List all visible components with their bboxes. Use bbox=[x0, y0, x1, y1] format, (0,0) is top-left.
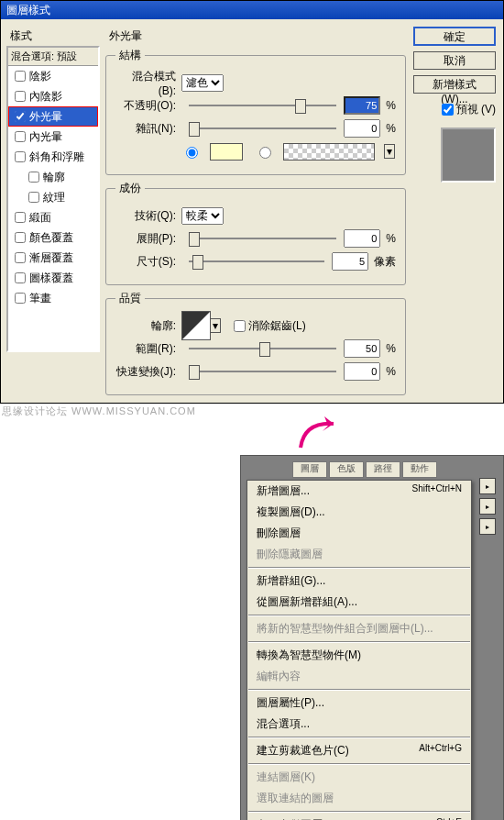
style-item[interactable]: 圖樣覆蓋 bbox=[8, 268, 98, 288]
elements-legend: 成份 bbox=[115, 181, 145, 196]
opacity-label: 不透明(O): bbox=[115, 98, 176, 114]
range-slider[interactable] bbox=[189, 342, 336, 355]
menu-item-label: 刪除隱藏圖層 bbox=[257, 547, 323, 562]
noise-input[interactable] bbox=[344, 119, 380, 138]
glow-color-swatch[interactable] bbox=[210, 143, 243, 161]
style-item[interactable]: 外光暈 bbox=[8, 106, 98, 127]
blend-mode-select[interactable]: 濾色 bbox=[181, 74, 224, 92]
cancel-button[interactable]: 取消 bbox=[413, 51, 496, 70]
style-item[interactable]: 漸層覆蓋 bbox=[8, 248, 98, 268]
style-checkbox[interactable] bbox=[15, 272, 26, 283]
context-menu: 新增圖層...Shift+Ctrl+N複製圖層(D)...刪除圖層刪除隱藏圖層新… bbox=[247, 480, 472, 820]
style-checkbox[interactable] bbox=[28, 192, 39, 203]
menu-item[interactable]: 刪除圖層 bbox=[247, 523, 471, 544]
jitter-slider[interactable] bbox=[189, 365, 336, 378]
style-checkbox[interactable] bbox=[15, 111, 26, 122]
styles-list: 混合選項: 預設 陰影內陰影外光暈內光暈斜角和浮雕輪廓紋理緞面顏色覆蓋漸層覆蓋圖… bbox=[6, 46, 100, 352]
watermark-text: 思缘设计论坛 WWW.MISSYUAN.COM bbox=[2, 404, 504, 418]
style-checkbox[interactable] bbox=[15, 151, 26, 162]
blend-options-head[interactable]: 混合選項: 預設 bbox=[8, 48, 98, 66]
menu-separator bbox=[248, 737, 470, 738]
menu-item[interactable]: 向下合併圖層(E)Ctrl+E bbox=[247, 814, 471, 820]
style-checkbox[interactable] bbox=[15, 91, 26, 102]
menu-item[interactable]: 新增圖層...Shift+Ctrl+N bbox=[247, 481, 471, 502]
style-item[interactable]: 顏色覆蓋 bbox=[8, 227, 98, 248]
size-slider[interactable] bbox=[189, 255, 324, 268]
jitter-input[interactable] bbox=[344, 362, 380, 381]
panel-menu-button-1[interactable]: ▸ bbox=[479, 478, 496, 494]
noise-slider[interactable] bbox=[189, 122, 336, 135]
menu-item[interactable]: 混合選項... bbox=[247, 714, 471, 735]
preview-thumbnail bbox=[441, 127, 496, 183]
style-label-text: 筆畫 bbox=[29, 291, 51, 306]
style-item[interactable]: 紋理 bbox=[8, 187, 98, 207]
menu-item-label: 刪除圖層 bbox=[257, 526, 301, 541]
settings-column: 外光暈 結構 混合模式(B): 濾色 不透明(O): % 雜訊(N): bbox=[100, 27, 411, 397]
style-item[interactable]: 內陰影 bbox=[8, 86, 98, 106]
style-item[interactable]: 陰影 bbox=[8, 66, 98, 86]
style-label-text: 內陰影 bbox=[29, 89, 62, 105]
style-item[interactable]: 筆畫 bbox=[8, 288, 98, 308]
style-item[interactable]: 緞面 bbox=[8, 207, 98, 227]
menu-item-label: 複製圖層(D)... bbox=[257, 504, 325, 520]
panel-tab[interactable]: 路徑 bbox=[366, 461, 400, 478]
menu-item[interactable]: 複製圖層(D)... bbox=[247, 502, 471, 523]
panel-tab[interactable]: 色版 bbox=[329, 461, 364, 478]
style-checkbox[interactable] bbox=[28, 172, 39, 183]
style-item[interactable]: 輪廓 bbox=[8, 167, 98, 187]
style-checkbox[interactable] bbox=[15, 71, 26, 82]
opacity-slider[interactable] bbox=[189, 99, 336, 112]
technique-label: 技術(Q): bbox=[115, 208, 176, 224]
panel-menu-button-3[interactable]: ▸ bbox=[479, 518, 496, 535]
jitter-label: 快速變換(J): bbox=[115, 364, 176, 380]
spread-slider[interactable] bbox=[189, 232, 336, 245]
panel-tab[interactable]: 動作 bbox=[402, 461, 437, 478]
menu-item[interactable]: 建立剪裁遮色片(C)Alt+Ctrl+G bbox=[247, 740, 471, 761]
dialog-title: 圖層樣式 bbox=[6, 4, 50, 17]
elements-group: 成份 技術(Q): 較柔 展開(P): % 尺寸(S): 像素 bbox=[105, 181, 406, 285]
menu-item: 連結圖層(K) bbox=[247, 767, 471, 788]
menu-separator bbox=[248, 615, 470, 616]
menu-item[interactable]: 新增群組(G)... bbox=[247, 571, 471, 592]
size-input[interactable] bbox=[332, 252, 368, 271]
style-item[interactable]: 內光暈 bbox=[8, 127, 98, 147]
style-checkbox[interactable] bbox=[15, 131, 26, 142]
style-checkbox[interactable] bbox=[15, 232, 26, 243]
style-checkbox[interactable] bbox=[15, 212, 26, 223]
menu-item: 選取連結的圖層 bbox=[247, 788, 471, 809]
menu-item[interactable]: 從圖層新增群組(A)... bbox=[247, 592, 471, 613]
style-label-text: 緞面 bbox=[29, 210, 51, 226]
noise-label: 雜訊(N): bbox=[115, 121, 176, 137]
gradient-radio[interactable] bbox=[259, 147, 271, 159]
style-label-text: 漸層覆蓋 bbox=[29, 250, 73, 266]
menu-item-label: 轉換為智慧型物件(M) bbox=[257, 648, 361, 663]
menu-item[interactable]: 轉換為智慧型物件(M) bbox=[247, 645, 471, 666]
menu-item[interactable]: 圖層屬性(P)... bbox=[247, 693, 471, 714]
style-checkbox[interactable] bbox=[15, 252, 26, 263]
menu-separator bbox=[248, 689, 470, 691]
dropdown-icon[interactable]: ▾ bbox=[384, 144, 395, 159]
preview-toggle[interactable]: 預視 (V) bbox=[438, 101, 496, 118]
color-radio[interactable] bbox=[186, 147, 198, 159]
opacity-input[interactable] bbox=[344, 96, 380, 115]
px-unit: 像素 bbox=[374, 254, 396, 270]
contour-picker[interactable] bbox=[181, 311, 211, 340]
glow-gradient-swatch[interactable] bbox=[283, 143, 375, 161]
technique-select[interactable]: 較柔 bbox=[181, 207, 224, 225]
style-item[interactable]: 斜角和浮雕 bbox=[8, 147, 98, 167]
panel-menu-button-2[interactable]: ▸ bbox=[479, 498, 496, 515]
menu-item-label: 連結圖層(K) bbox=[257, 770, 315, 785]
dropdown-icon[interactable]: ▾ bbox=[210, 318, 221, 333]
dialog-titlebar[interactable]: 圖層樣式 bbox=[1, 1, 503, 19]
ok-button[interactable]: 確定 bbox=[413, 27, 496, 46]
range-input[interactable] bbox=[344, 339, 380, 358]
style-label-text: 陰影 bbox=[29, 69, 51, 84]
new-style-button[interactable]: 新增樣式(W)... bbox=[413, 75, 496, 94]
spread-input[interactable] bbox=[344, 229, 380, 248]
antialias-checkbox[interactable] bbox=[234, 320, 246, 332]
panel-tab[interactable]: 圖層 bbox=[292, 461, 327, 478]
section-title: 外光暈 bbox=[105, 27, 406, 48]
preview-checkbox[interactable] bbox=[442, 104, 454, 116]
structure-legend: 結構 bbox=[115, 48, 145, 63]
style-checkbox[interactable] bbox=[15, 293, 26, 304]
